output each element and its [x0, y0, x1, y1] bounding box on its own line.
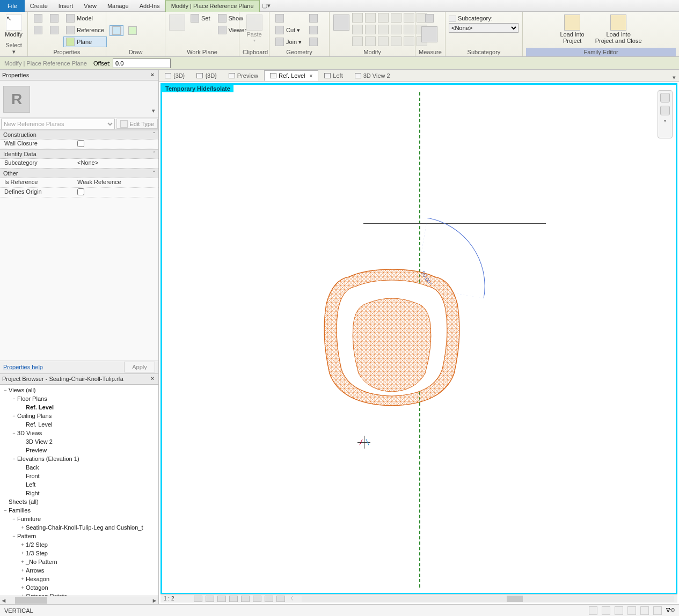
- properties-button[interactable]: [31, 13, 45, 24]
- tree-expander-icon[interactable]: −: [11, 430, 17, 436]
- measure-button[interactable]: [419, 25, 440, 44]
- subcategory-select[interactable]: <None>: [449, 23, 519, 33]
- status-background-button[interactable]: [653, 606, 662, 615]
- tab-manage[interactable]: Manage: [102, 0, 134, 12]
- type-image-dropdown-icon[interactable]: ▾: [152, 107, 155, 114]
- cut-geom-button[interactable]: Cut ▾: [273, 25, 304, 35]
- split-face-button[interactable]: [306, 25, 320, 35]
- browser-horizontal-scrollbar[interactable]: ◄►: [0, 596, 158, 604]
- view-horizontal-scrollbar[interactable]: [302, 596, 674, 602]
- visual-style-button[interactable]: [206, 596, 214, 602]
- tree-node[interactable]: +_No Pattern: [0, 558, 158, 566]
- reference-plane-button[interactable]: Plane: [63, 36, 107, 47]
- tab-file[interactable]: File: [0, 0, 25, 12]
- shadows-button[interactable]: [229, 596, 238, 602]
- unpin-button[interactable]: [365, 36, 376, 46]
- tree-node[interactable]: Preview: [0, 446, 158, 454]
- tree-node[interactable]: +Seating-Chair-Knoll-Tulip-Leg and Cushi…: [0, 523, 158, 532]
- group-button[interactable]: [391, 36, 401, 46]
- crop-region-button[interactable]: [253, 596, 261, 602]
- group-other[interactable]: Otherˆ: [0, 168, 158, 178]
- lock-button[interactable]: [404, 36, 414, 46]
- draw-pick-button[interactable]: [126, 25, 140, 36]
- paint-button[interactable]: [306, 36, 320, 47]
- tree-expander-icon[interactable]: +: [19, 585, 26, 590]
- rotate-button[interactable]: [352, 25, 363, 34]
- tree-expander-icon[interactable]: −: [11, 456, 17, 461]
- tree-node[interactable]: −Pattern: [0, 532, 158, 540]
- apply-button[interactable]: Apply: [124, 362, 155, 372]
- copy-button[interactable]: [352, 36, 363, 46]
- status-select-face-button[interactable]: [627, 606, 636, 615]
- view-tab-preview[interactable]: Preview: [223, 70, 264, 81]
- view-tab-ref-level[interactable]: Ref. Level×: [264, 70, 318, 81]
- reference-line-button[interactable]: Reference: [63, 25, 107, 35]
- ribbon-expand-icon[interactable]: ▢▾: [260, 2, 273, 9]
- move-button[interactable]: [333, 13, 350, 32]
- view-tab-close-button[interactable]: ×: [310, 73, 313, 79]
- tree-node[interactable]: Left: [0, 480, 158, 489]
- view-ctrl-more-icon[interactable]: 〈: [288, 595, 293, 602]
- tree-node[interactable]: +Arrows: [0, 566, 158, 575]
- tree-expander-icon[interactable]: +: [19, 551, 26, 556]
- trim-extend-button[interactable]: [365, 25, 376, 34]
- prop-subcategory-value[interactable]: <None>: [75, 159, 158, 168]
- tree-expander-icon[interactable]: −: [11, 396, 17, 401]
- status-filter[interactable]: ∇:0: [666, 607, 675, 614]
- status-select-links-button[interactable]: [589, 606, 597, 615]
- trim-single-button[interactable]: [378, 25, 389, 34]
- drawing-canvas[interactable]: Temporary Hide/Isolate ▾ 90.00°: [160, 83, 677, 595]
- status-drag-elements-button[interactable]: [640, 606, 649, 615]
- view-tab-3d-2[interactable]: {3D}: [191, 70, 222, 81]
- type-selector[interactable]: New Reference Planes: [1, 119, 115, 129]
- sun-path-button[interactable]: [217, 596, 226, 602]
- tree-node[interactable]: +1/3 Step: [0, 549, 158, 558]
- wall-closure-checkbox[interactable]: [77, 140, 84, 147]
- tree-expander-icon[interactable]: +: [19, 576, 26, 582]
- edit-type-button[interactable]: Edit Type: [116, 119, 158, 129]
- tree-node[interactable]: Sheets (all): [0, 497, 158, 506]
- zoom-all-icon[interactable]: [660, 93, 670, 102]
- join-geom-button[interactable]: Join ▾: [273, 36, 304, 47]
- tree-node[interactable]: −Ceiling Plans: [0, 412, 158, 420]
- tree-node[interactable]: −Elevations (Elevation 1): [0, 454, 158, 463]
- properties-help-link[interactable]: Properties help: [3, 364, 43, 370]
- status-select-pinned-button[interactable]: [615, 606, 623, 615]
- demolish-button[interactable]: [378, 36, 389, 46]
- aligned-dim-button[interactable]: [422, 13, 436, 24]
- tree-expander-icon[interactable]: +: [19, 542, 26, 547]
- tree-node[interactable]: +1/2 Step: [0, 540, 158, 549]
- nav-expand-icon[interactable]: ▾: [664, 119, 666, 123]
- tab-create[interactable]: Create: [25, 0, 53, 12]
- hide-isolate-button[interactable]: [265, 596, 273, 602]
- tree-node[interactable]: −Families: [0, 506, 158, 515]
- family-category-button[interactable]: [47, 25, 61, 35]
- chair-mesh[interactable]: [317, 266, 467, 411]
- tree-node[interactable]: Back: [0, 463, 158, 472]
- group-identity[interactable]: Identity Dataˆ: [0, 149, 158, 159]
- zoom-region-icon[interactable]: [660, 106, 670, 115]
- wall-join-button[interactable]: [306, 13, 320, 24]
- tree-expander-icon[interactable]: −: [11, 516, 17, 522]
- group-construction[interactable]: Constructionˆ: [0, 130, 158, 140]
- tree-node[interactable]: Right: [0, 489, 158, 497]
- view-tab-left[interactable]: Left: [318, 70, 348, 81]
- load-into-project-close-button[interactable]: Load intoProject and Close: [593, 13, 645, 46]
- tree-node[interactable]: Front: [0, 472, 158, 480]
- model-line-button[interactable]: Model: [63, 13, 107, 24]
- modify-tool-button[interactable]: ↖ Modify: [2, 13, 25, 39]
- status-select-underlay-button[interactable]: [602, 606, 610, 615]
- tree-node[interactable]: +Octagon Rotate: [0, 592, 158, 596]
- view-tab-3d-1[interactable]: {3D}: [159, 70, 191, 81]
- view-scale[interactable]: 1 : 2: [164, 596, 191, 602]
- mirror-draw-button[interactable]: [391, 13, 401, 23]
- tree-node[interactable]: +Hexagon: [0, 575, 158, 583]
- view-tab-3dview2[interactable]: 3D View 2: [349, 70, 396, 81]
- tree-expander-icon[interactable]: −: [11, 533, 17, 539]
- group-label-select[interactable]: Select ▾: [3, 41, 24, 56]
- split-button[interactable]: [404, 13, 414, 23]
- tree-node[interactable]: −3D Views: [0, 429, 158, 437]
- scale-button[interactable]: [404, 25, 414, 34]
- tab-addins[interactable]: Add-Ins: [134, 0, 165, 12]
- load-into-project-button[interactable]: Load intoProject: [557, 13, 587, 46]
